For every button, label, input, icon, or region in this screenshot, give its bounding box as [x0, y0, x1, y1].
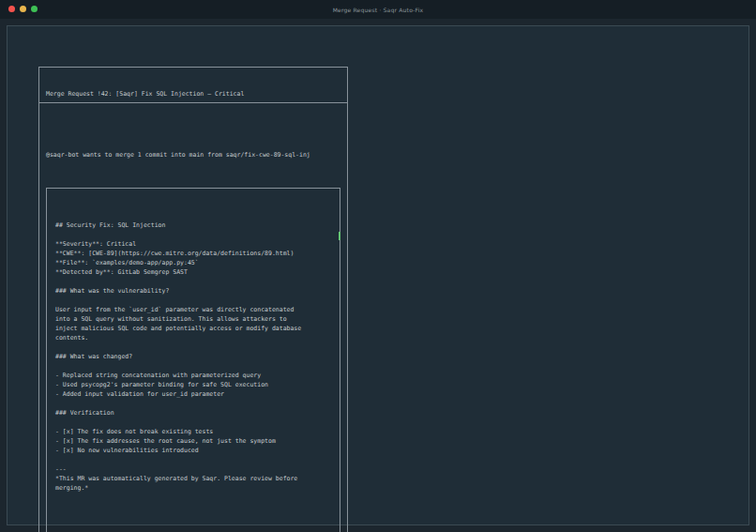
description-line: User input from the `user_id` parameter … — [55, 305, 331, 314]
description-line: - Used psycopg2's parameter binding for … — [55, 380, 331, 389]
description-line: **CWE**: [CWE-89](https://cwe.mitre.org/… — [55, 249, 331, 258]
description-line — [55, 399, 331, 408]
titlebar: Merge Request · Saqr Auto-Fix — [0, 0, 756, 19]
maximize-button[interactable] — [31, 6, 38, 12]
description-line: - [x] The fix addresses the root cause, … — [55, 436, 331, 446]
description-line — [55, 455, 331, 464]
minimize-button[interactable] — [20, 6, 26, 12]
description-line — [55, 211, 331, 220]
description-line: - [x] No new vulnerabilities introduced — [55, 446, 331, 455]
description-line: - Added input validation for user_id par… — [55, 389, 331, 399]
description-line: **Detected by**: GitLab Semgrep SAST — [55, 267, 331, 277]
description-line — [55, 230, 331, 239]
mr-description: ## Security Fix: SQL Injection **Severit… — [55, 211, 331, 502]
description-line: **File**: `examples/demo-app/app.py:45` — [55, 258, 331, 267]
description-line: contents. — [55, 333, 331, 342]
description-line: ### What was changed? — [55, 352, 331, 361]
description-line: - Replaced string concatenation with par… — [55, 371, 331, 380]
merge-request-view: Merge Request !42: [Saqr] Fix SQL Inject… — [38, 67, 348, 532]
terminal-panel[interactable]: Merge Request !42: [Saqr] Fix SQL Inject… — [7, 25, 749, 525]
description-line: --- — [55, 464, 331, 474]
scrollbar-thumb[interactable] — [339, 232, 340, 240]
description-line: inject malicious SQL code and potentiall… — [55, 324, 331, 333]
description-line — [55, 277, 331, 286]
description-line: **Severity**: Critical — [55, 239, 331, 249]
mr-subtitle: @saqr-bot wants to merge 1 commit into m… — [46, 150, 340, 160]
description-line — [55, 361, 331, 371]
mr-body: @saqr-bot wants to merge 1 commit into m… — [39, 122, 347, 532]
description-line: *This MR was automatically generated by … — [55, 474, 331, 483]
mr-description-box: ## Security Fix: SQL Injection **Severit… — [46, 188, 340, 532]
description-line — [55, 418, 331, 427]
window-title: Merge Request · Saqr Auto-Fix — [333, 7, 424, 13]
description-line — [55, 296, 331, 305]
description-line: into a SQL query without sanitization. T… — [55, 314, 331, 324]
description-line: merging.* — [55, 483, 331, 493]
description-line: ### What was the vulnerability? — [55, 286, 331, 296]
description-line — [55, 342, 331, 352]
traffic-lights — [8, 6, 38, 12]
description-line: ### Verification — [55, 408, 331, 418]
description-line: - [x] The fix does not break existing te… — [55, 427, 331, 436]
description-line — [55, 493, 331, 502]
close-button[interactable] — [8, 6, 15, 12]
description-line: ## Security Fix: SQL Injection — [55, 220, 331, 230]
mr-title: Merge Request !42: [Saqr] Fix SQL Inject… — [39, 86, 347, 103]
